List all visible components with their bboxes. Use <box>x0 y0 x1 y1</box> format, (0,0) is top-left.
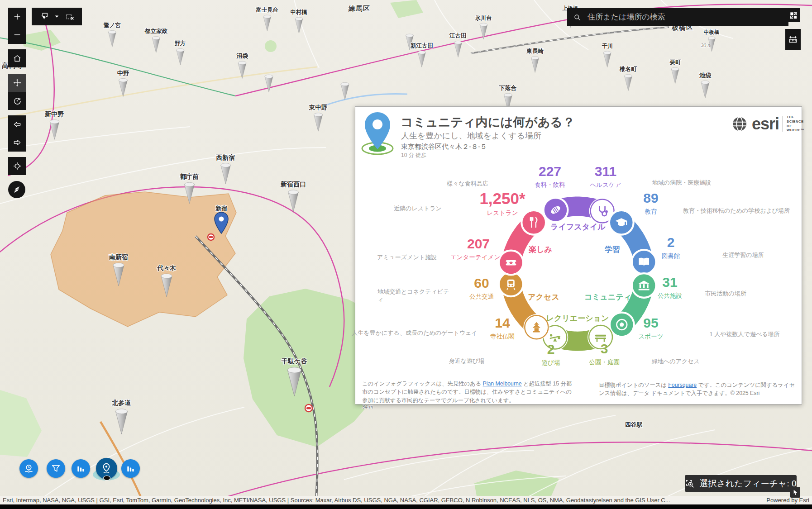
reports-button[interactable] <box>121 459 140 478</box>
time-settings-button[interactable] <box>19 459 38 478</box>
category-description: 生涯学習の場所 <box>722 251 764 259</box>
temple-icon[interactable] <box>523 314 549 340</box>
group-label-community: コミュニティ <box>584 292 631 302</box>
map-pin-cone[interactable]: 椎名町 <box>620 66 637 91</box>
search-input[interactable] <box>587 12 769 22</box>
category-description: 人生を豊かにする、成長のためのゲートウェイ <box>352 329 477 337</box>
cone-icon <box>416 50 427 68</box>
cone-icon <box>707 36 716 52</box>
bank-icon[interactable] <box>631 272 657 299</box>
footer-text: © 2025 Esri <box>731 390 759 396</box>
category-label: 図書館 <box>662 252 680 260</box>
cone-icon <box>699 80 711 99</box>
map-pin-cone[interactable]: 代々木 <box>157 264 176 298</box>
clear-selection-icon <box>65 12 75 22</box>
previous-extent-button[interactable] <box>8 115 26 133</box>
map-pin-label: 中野 <box>117 69 129 77</box>
rotate-button[interactable] <box>8 92 26 110</box>
filter-button[interactable] <box>47 459 65 478</box>
map-pin-label: 要町 <box>670 59 681 67</box>
map-pin-cone[interactable]: 千川 <box>602 43 613 68</box>
open-book-icon[interactable] <box>631 249 657 275</box>
selection-toolbar <box>32 8 82 25</box>
map-pin-cone[interactable]: 新宿西口 <box>281 181 306 213</box>
measure-button[interactable] <box>785 29 801 50</box>
footer-link[interactable]: Plan Melbourne <box>483 381 522 387</box>
map-pin-cone[interactable]: 新江古田 <box>411 42 433 68</box>
attribution-sources: Esri, Intermap, NASA, NGA, USGS | GSI, E… <box>3 497 760 504</box>
toolbar-group-navigate <box>8 74 26 110</box>
selected-location-pin[interactable] <box>213 212 229 235</box>
cone-icon <box>107 29 118 48</box>
zoom-in-button[interactable] <box>8 8 26 26</box>
map-pin-cone[interactable]: 千駄ケ谷 <box>282 357 307 397</box>
selected-features-button[interactable]: 選択されたフィーチャ: 0 <box>685 475 797 492</box>
map-pin-cone[interactable]: 都立家政 <box>145 28 167 53</box>
map-pin-cone[interactable] <box>263 74 275 93</box>
bottom-black-bar <box>0 504 812 509</box>
map-pin-cone[interactable]: 中野 <box>117 69 129 97</box>
select-tool-button[interactable] <box>36 8 52 26</box>
map-pin-cone[interactable]: 池袋 <box>699 71 711 99</box>
map-pin-label: 都立家政 <box>145 28 167 35</box>
locate-button[interactable] <box>8 157 26 175</box>
cone-icon <box>339 81 351 100</box>
home-button[interactable] <box>8 49 26 67</box>
map-pin-cone[interactable]: 西新宿 <box>216 154 235 185</box>
cone-icon <box>284 366 304 397</box>
map-pin-cone[interactable]: 東中野 <box>309 104 328 132</box>
map-pin-label: 新宿西口 <box>281 181 306 189</box>
isochrone-polygon[interactable] <box>51 192 236 327</box>
cursor-arrow-icon <box>790 487 800 498</box>
map-pin-cone[interactable]: 江古田 <box>449 32 467 58</box>
map-pin-cone[interactable]: 新中野 <box>45 110 64 140</box>
charts-button[interactable] <box>72 459 90 478</box>
select-cursor-icon <box>39 12 49 22</box>
category-value: 207 <box>450 237 506 251</box>
map-pin-cone[interactable]: 中村橋 <box>290 9 307 34</box>
clear-selection-button[interactable] <box>62 8 78 26</box>
views-button[interactable] <box>786 8 800 22</box>
map-pin-cone[interactable]: 沼袋 <box>236 52 248 79</box>
elevation-label: 34 m <box>362 404 373 409</box>
cone-icon <box>175 48 186 66</box>
map-pin-cone[interactable]: 中板橋 <box>703 29 719 52</box>
category-value: 89 <box>643 191 658 205</box>
map-pin-label: 氷川台 <box>475 14 492 22</box>
footer-link[interactable]: Foursquare <box>668 382 697 388</box>
category-label: 公園・庭園 <box>589 358 620 366</box>
category-description: 市民活動の場所 <box>705 290 746 298</box>
category-stat: 2図書館 <box>662 236 680 260</box>
map-pin-cone[interactable]: 東長崎 <box>526 48 544 73</box>
map-pin-label: 東中野 <box>309 104 328 112</box>
select-tool-dropdown[interactable] <box>53 8 62 26</box>
map-pin-cone[interactable]: 要町 <box>670 59 681 84</box>
footer-text: 目標物ポイントのソースは <box>599 382 668 388</box>
category-description: 様々な食料品店 <box>447 180 488 188</box>
compass-needle-icon <box>11 184 22 195</box>
map-pin-label: 都庁前 <box>180 173 199 181</box>
map-pin-cone[interactable]: 野方 <box>174 40 186 66</box>
cone-icon <box>159 272 174 298</box>
graduation-cap-icon[interactable] <box>608 209 635 236</box>
map-pin-cone[interactable]: 氷川台 <box>475 14 492 40</box>
map-pin-label: 北参道 <box>112 399 131 407</box>
category-value: 227 <box>535 165 565 178</box>
map-pin-cone[interactable]: 北参道 <box>112 399 131 435</box>
category-value: 3 <box>589 342 620 356</box>
search-icon <box>573 13 582 22</box>
map-pin-cone[interactable] <box>339 81 351 100</box>
map-pin-cone[interactable]: 鷺ノ宮 <box>104 22 121 48</box>
map-pin-cone[interactable]: 富士見台 <box>256 6 278 32</box>
next-extent-button[interactable] <box>8 133 26 152</box>
category-stat: 95スポーツ <box>639 316 664 341</box>
group-label-access: アクセス <box>528 292 559 302</box>
map-pin-cone[interactable]: 都庁前 <box>180 173 199 205</box>
zoom-out-button[interactable] <box>8 26 26 44</box>
compass-button[interactable] <box>8 181 25 198</box>
group-label-learning: 学習 <box>605 244 620 255</box>
pan-button[interactable] <box>8 74 26 92</box>
map-pin-cone[interactable]: 南新宿 <box>109 253 128 287</box>
category-label: レストラン <box>479 209 525 217</box>
cone-icon <box>236 60 248 79</box>
